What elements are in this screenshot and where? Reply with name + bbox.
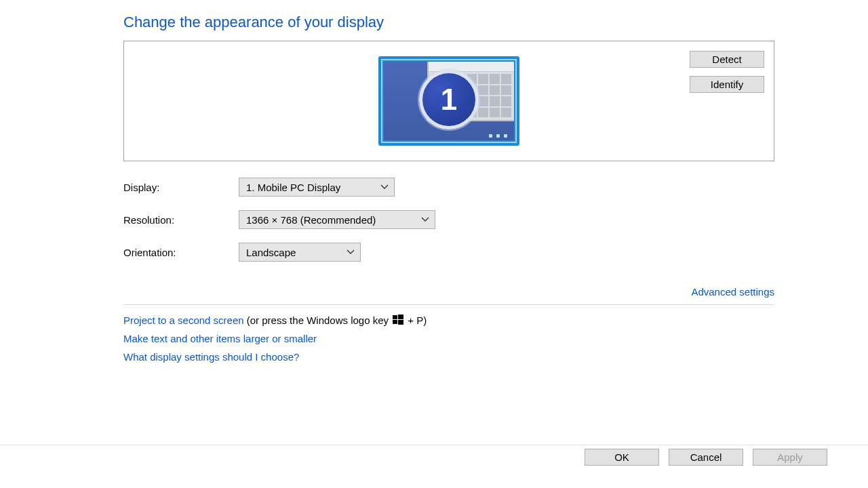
detect-button[interactable]: Detect: [690, 51, 764, 68]
display-dropdown[interactable]: 1. Mobile PC Display: [239, 178, 395, 197]
advanced-settings-link[interactable]: Advanced settings: [691, 286, 774, 298]
monitor-icon: 1: [378, 56, 519, 146]
windows-logo-icon: [393, 314, 403, 325]
chevron-down-icon: [347, 249, 355, 255]
text-size-link[interactable]: Make text and other items larger or smal…: [123, 333, 317, 344]
chevron-down-icon: [380, 184, 389, 190]
svg-rect-0: [393, 315, 397, 319]
monitor-number-badge: 1: [419, 70, 479, 129]
project-suffix-a: (or press the Windows logo key: [244, 314, 392, 326]
svg-rect-1: [398, 314, 403, 319]
orientation-label: Orientation:: [123, 247, 239, 258]
display-label: Display:: [123, 182, 239, 193]
resolution-dropdown-value: 1366 × 768 (Recommended): [246, 214, 385, 226]
resolution-dropdown[interactable]: 1366 × 768 (Recommended): [239, 210, 435, 229]
svg-rect-3: [398, 320, 403, 325]
orientation-dropdown[interactable]: Landscape: [239, 243, 361, 262]
display-arrangement-pane[interactable]: 1 Detect Identify: [123, 41, 774, 161]
project-suffix-b: + P): [405, 314, 427, 326]
display-help-link[interactable]: What display settings should I choose?: [123, 351, 299, 363]
monitor-1[interactable]: 1: [378, 56, 519, 146]
identify-button[interactable]: Identify: [690, 76, 764, 93]
ok-button[interactable]: OK: [585, 449, 659, 466]
orientation-dropdown-value: Landscape: [246, 247, 305, 258]
dialog-footer: OK Cancel Apply: [585, 449, 827, 466]
svg-rect-2: [393, 320, 397, 324]
project-second-screen-link[interactable]: Project to a second screen: [123, 314, 244, 326]
chevron-down-icon: [421, 217, 429, 222]
divider: [123, 304, 774, 305]
display-dropdown-value: 1. Mobile PC Display: [246, 182, 350, 193]
apply-button[interactable]: Apply: [753, 449, 827, 466]
page-title: Change the appearance of your display: [123, 14, 774, 31]
footer-divider: [0, 445, 868, 445]
resolution-label: Resolution:: [123, 214, 239, 226]
cancel-button[interactable]: Cancel: [669, 449, 743, 466]
